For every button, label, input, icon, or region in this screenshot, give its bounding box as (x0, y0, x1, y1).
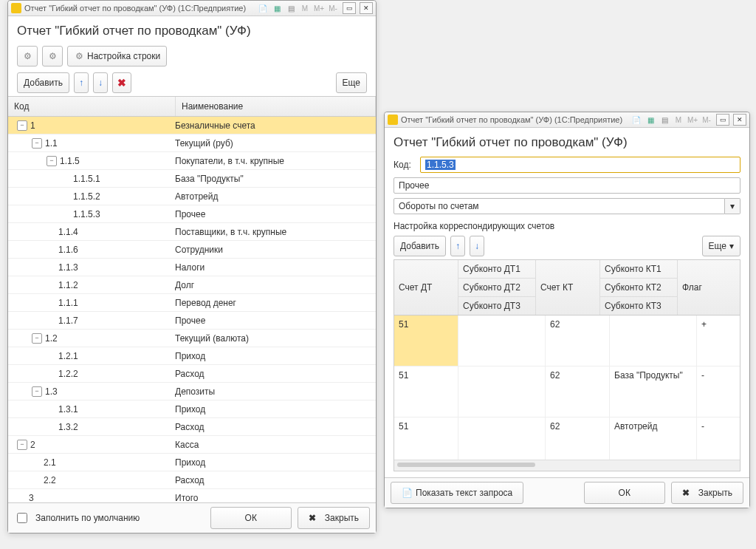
titlebar[interactable]: Отчет "Гибкий отчет по проводкам" (УФ) (… (385, 112, 749, 128)
add-button[interactable]: Добавить (17, 72, 69, 93)
tree-row[interactable]: 1.1.5.3Прочее (8, 205, 376, 223)
minimize-button[interactable]: ▭ (343, 2, 356, 14)
tree-row[interactable]: 1.1.4Поставщики, в т.ч. крупные (8, 223, 376, 241)
grid-hscroll[interactable] (394, 460, 740, 471)
grid-cell[interactable]: + (697, 316, 735, 366)
grid-row[interactable]: 5162+ (394, 316, 740, 366)
tree-row[interactable]: 1.2.2Расход (8, 365, 376, 383)
col-sub-dt2[interactable]: Субконто ДТ2 (458, 279, 536, 297)
grid-cell[interactable]: - (697, 417, 735, 460)
grid-cell[interactable]: 62 (546, 366, 610, 417)
grid-cell[interactable]: 62 (546, 316, 610, 366)
tool-btn-2[interactable]: ⚙ (42, 46, 63, 67)
grid-cell[interactable]: 51 (394, 417, 458, 460)
tree-row[interactable]: 3Итого (8, 489, 376, 502)
titlebar[interactable]: Отчет "Гибкий отчет по проводкам" (УФ) (… (8, 1, 376, 16)
delete-button[interactable]: ✖ (112, 72, 131, 93)
tree-row[interactable]: 1.3.1Приход (8, 400, 376, 418)
tree-row[interactable]: −1.2Текущий (валюта) (8, 330, 376, 347)
calc-icon[interactable]: ▤ (285, 2, 297, 14)
type-dropdown[interactable]: Обороты по счетам (394, 198, 725, 214)
print-icon[interactable]: 📄 (257, 2, 269, 14)
col-sub-kt2[interactable]: Субконто КТ2 (600, 279, 678, 297)
grid-cell[interactable] (458, 366, 546, 417)
grid-row[interactable]: 5162Автотрейд- (394, 417, 740, 460)
tree-row[interactable]: −1Безналичные счета (8, 117, 376, 134)
col-flag[interactable]: Флаг (678, 260, 716, 315)
grid-cell[interactable]: - (697, 366, 735, 417)
move-up-button[interactable]: ↑ (450, 236, 465, 256)
m-plus-btn[interactable]: M+ (687, 114, 698, 126)
add-button[interactable]: Добавить (394, 236, 446, 256)
grid-cell[interactable] (458, 316, 546, 366)
dropdown-toggle[interactable]: ▾ (725, 198, 740, 214)
m-minus-btn[interactable]: M- (701, 114, 712, 126)
tree-toggle[interactable]: − (32, 386, 42, 397)
ok-button[interactable]: ОК (584, 482, 665, 504)
close-button[interactable]: ✕ (733, 114, 746, 126)
tree-row[interactable]: −1.1.5Покупатели, в т.ч. крупные (8, 152, 376, 170)
m-btn[interactable]: M (673, 114, 684, 126)
tree-row[interactable]: 1.1.5.1База "Продукты" (8, 170, 376, 188)
tree-row[interactable]: −1.1Текущий (руб) (8, 134, 376, 152)
col-sub-dt3[interactable]: Субконто ДТ3 (458, 297, 536, 315)
code-input[interactable]: 1.1.5.3 (420, 157, 740, 173)
col-kt[interactable]: Счет КТ (536, 260, 600, 315)
tree-row[interactable]: 1.1.1Перевод денег (8, 294, 376, 312)
m-minus-btn[interactable]: M- (327, 2, 339, 14)
tree-row[interactable]: 1.1.5.2Автотрейд (8, 188, 376, 205)
minimize-button[interactable]: ▭ (716, 114, 729, 126)
m-btn[interactable]: M (299, 2, 311, 14)
tree-row[interactable]: 1.1.7Прочее (8, 312, 376, 330)
col-dt[interactable]: Счет ДТ (394, 260, 458, 315)
tree-row[interactable]: 1.2.1Приход (8, 347, 376, 365)
grid-cell[interactable]: 62 (546, 417, 610, 460)
tree-row[interactable]: 2.2Расход (8, 471, 376, 489)
tree-toggle[interactable]: − (17, 440, 27, 450)
col-sub-dt1[interactable]: Субконто ДТ1 (458, 260, 536, 279)
show-query-button[interactable]: 📄 Показать текст запроса (391, 482, 523, 504)
col-code[interactable]: Код (8, 97, 176, 116)
tree-toggle[interactable]: − (17, 120, 27, 131)
print-icon[interactable]: 📄 (630, 114, 642, 126)
tree-row[interactable]: 1.3.2Расход (8, 418, 376, 436)
grid-cell[interactable]: 51 (394, 366, 458, 417)
tree-toggle[interactable]: − (47, 156, 57, 166)
move-down-button[interactable]: ↓ (93, 72, 108, 93)
calendar-icon[interactable]: ▦ (271, 2, 283, 14)
tree-row[interactable]: 2.1Приход (8, 454, 376, 471)
move-up-button[interactable]: ↑ (74, 72, 89, 93)
col-name[interactable]: Наименование (176, 97, 376, 116)
calendar-icon[interactable]: ▦ (645, 114, 656, 126)
col-sub-kt3[interactable]: Субконто КТ3 (600, 297, 678, 315)
grid-cell[interactable] (458, 417, 546, 460)
tree-toggle[interactable]: − (32, 333, 42, 344)
grid-cell[interactable]: База "Продукты" (610, 366, 697, 417)
close-button-bottom[interactable]: ✖Закрыть (298, 507, 370, 529)
tree-toggle[interactable]: − (32, 138, 42, 149)
col-sub-kt1[interactable]: Субконто КТ1 (600, 260, 678, 279)
tool-btn-1[interactable]: ⚙ (17, 46, 38, 67)
grid-cell[interactable]: Автотрейд (610, 417, 697, 460)
tree-body[interactable]: −1Безналичные счета−1.1Текущий (руб)−1.1… (8, 117, 376, 502)
tree-row[interactable]: 1.1.2Долг (8, 276, 376, 294)
fill-default-checkbox[interactable] (17, 513, 27, 523)
tree-row[interactable]: 1.1.6Сотрудники (8, 241, 376, 259)
grid-row[interactable]: 5162База "Продукты"- (394, 366, 740, 417)
more-button[interactable]: Еще ▾ (702, 236, 740, 256)
move-down-button[interactable]: ↓ (470, 236, 484, 256)
ok-button[interactable]: ОК (210, 507, 292, 529)
grid-body[interactable]: 5162+5162База "Продукты"-5162Автотрейд- (394, 316, 740, 460)
grid-cell[interactable]: 51 (394, 316, 458, 366)
tree-row[interactable]: 1.1.3Налоги (8, 259, 376, 276)
tree-row[interactable]: −2Касса (8, 436, 376, 454)
tree-row[interactable]: −1.3Депозиты (8, 383, 376, 400)
close-button-bottom[interactable]: ✖Закрыть (671, 482, 743, 504)
calc-icon[interactable]: ▤ (659, 114, 670, 126)
more-button[interactable]: Еще (336, 72, 367, 93)
close-button[interactable]: ✕ (360, 2, 373, 14)
row-settings-button[interactable]: ⚙Настройка строки (67, 46, 167, 67)
name-input[interactable]: Прочее (394, 177, 740, 194)
grid-cell[interactable] (610, 316, 697, 366)
m-plus-btn[interactable]: M+ (313, 2, 325, 14)
